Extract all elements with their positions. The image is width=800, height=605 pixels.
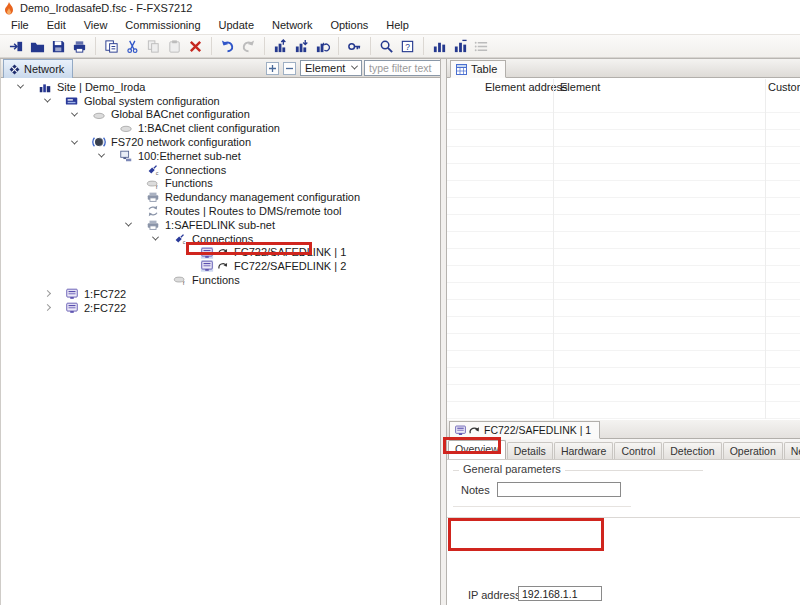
lens-icon	[92, 108, 106, 122]
subtab-detection[interactable]: Detection	[663, 442, 721, 459]
tree-item-functions[interactable]: fFunctions	[126, 177, 216, 191]
panel-splitter[interactable]	[440, 59, 447, 605]
chevron-right-icon[interactable]	[44, 304, 51, 311]
tab-fc722-label: FC722/SAFEDLINK | 1	[484, 424, 591, 436]
tree-item-functions[interactable]: fFunctions	[153, 273, 243, 287]
search-icon	[379, 39, 394, 54]
tree-item-1-bacnet-client-configuration[interactable]: 1:BACnet client configuration	[99, 121, 283, 135]
cut-button[interactable]	[123, 37, 142, 56]
tree-item-routes-routes-to-dms-remote-tool[interactable]: Routes | Routes to DMS/remote tool	[126, 204, 345, 218]
upload-station-button[interactable]	[271, 37, 290, 56]
tree-item-global-bacnet-configuration[interactable]: Global BACnet configuration	[72, 108, 253, 122]
tree-item-label: FC722/SAFEDLINK | 2	[234, 260, 346, 272]
search-button[interactable]	[377, 37, 396, 56]
expand-all-button[interactable]	[266, 62, 279, 75]
menu-file[interactable]: File	[2, 17, 38, 33]
open-project-button[interactable]	[7, 37, 26, 56]
tree-item-site-demo-iroda[interactable]: Site | Demo_Iroda	[18, 80, 148, 94]
network-diamond-icon	[9, 64, 20, 75]
subtab-control[interactable]: Control	[614, 442, 662, 459]
menu-edit[interactable]: Edit	[38, 17, 75, 33]
globe-icon	[92, 135, 106, 149]
title-bar: Demo_IrodasafeD.fsc - F-FXS7212	[0, 0, 800, 16]
copy-special-button[interactable]	[102, 37, 121, 56]
paste-button[interactable]	[165, 37, 184, 56]
chevron-down-icon[interactable]	[71, 110, 78, 117]
chevron-down-icon[interactable]	[17, 82, 24, 89]
paste-icon	[167, 39, 182, 54]
menu-update[interactable]: Update	[210, 17, 263, 33]
cut-icon	[125, 39, 140, 54]
tree-item-connections[interactable]: cConnections	[126, 163, 229, 177]
tree-item-100-ethernet-sub-net[interactable]: 100:Ethernet sub-net	[99, 149, 244, 163]
undo-button[interactable]	[218, 37, 237, 56]
subtab-details[interactable]: Details	[507, 442, 553, 459]
help-book-icon: ?	[400, 39, 415, 54]
filter-text-input[interactable]	[364, 60, 445, 76]
table-header: Element address Element Custom	[447, 79, 800, 96]
menu-options[interactable]: Options	[321, 17, 377, 33]
tree-item-fc722-safedlink-1[interactable]: FC722/SAFEDLINK | 1	[180, 246, 349, 260]
download-station-icon	[294, 39, 309, 54]
subnet-icon	[119, 149, 133, 163]
toolbar-separator	[423, 37, 424, 55]
tree-item-label: Connections	[165, 164, 226, 176]
station-icon	[65, 301, 79, 315]
undo-icon	[220, 39, 235, 54]
tab-fc722-safedlink-1[interactable]: FC722/SAFEDLINK | 1	[449, 421, 600, 439]
menu-view[interactable]: View	[75, 17, 117, 33]
tree-item-label: FC722/SAFEDLINK | 1	[234, 246, 346, 258]
notes-input[interactable]	[497, 482, 621, 497]
column-element[interactable]: Element	[560, 81, 600, 93]
refresh-station-button[interactable]	[313, 37, 332, 56]
ip-address-input[interactable]	[518, 586, 602, 601]
tree-item-redundancy-management-configuration[interactable]: Redundancy management configuration	[126, 190, 363, 204]
help-book-button[interactable]: ?	[398, 37, 417, 56]
filter-type-dropdown[interactable]: Element	[300, 60, 362, 76]
chart-export-button[interactable]	[451, 37, 470, 56]
subtab-operation[interactable]: Operation	[723, 442, 783, 459]
log-list-button[interactable]	[472, 37, 491, 56]
chevron-right-icon[interactable]	[44, 290, 51, 297]
chevron-down-icon[interactable]	[98, 151, 105, 158]
download-station-button[interactable]	[292, 37, 311, 56]
column-custom[interactable]: Custom	[768, 81, 800, 93]
tree-item-connections[interactable]: cConnections	[153, 232, 256, 246]
open-folder-button[interactable]	[28, 37, 47, 56]
tree-item-fs720-network-configuration[interactable]: FS720 network configuration	[72, 135, 254, 149]
connections-icon: c	[173, 232, 187, 246]
chevron-down-icon[interactable]	[152, 234, 159, 241]
link-arrow-icon	[468, 424, 481, 437]
column-element-address[interactable]: Element address	[485, 81, 568, 93]
tree-item-1-fc722[interactable]: 1:FC722	[45, 287, 129, 301]
table-body-empty[interactable]	[447, 96, 800, 419]
save-button[interactable]	[49, 37, 68, 56]
chevron-down-icon[interactable]	[44, 96, 51, 103]
tab-table[interactable]: Table	[450, 60, 506, 78]
subtab-network[interactable]: Network	[784, 442, 800, 459]
key-button[interactable]	[345, 37, 364, 56]
chevron-down-icon[interactable]	[71, 137, 78, 144]
tree-item-1-safedlink-sub-net[interactable]: 1:SAFEDLINK sub-net	[126, 218, 278, 232]
tab-network[interactable]: Network	[3, 59, 73, 78]
tree-item-2-fc722[interactable]: 2:FC722	[45, 301, 129, 315]
chart-report-button[interactable]	[430, 37, 449, 56]
print-icon	[72, 39, 87, 54]
group-general-parameters: General parameters	[459, 463, 565, 475]
menu-commissioning[interactable]: Commissioning	[116, 17, 209, 33]
menu-network[interactable]: Network	[263, 17, 321, 33]
copy-button[interactable]	[144, 37, 163, 56]
tree-item-global-system-configuration[interactable]: Global system configuration	[45, 94, 223, 108]
tab-table-label: Table	[471, 63, 497, 75]
column-divider	[765, 79, 766, 419]
menu-help[interactable]: Help	[377, 17, 418, 33]
redo-button[interactable]	[239, 37, 258, 56]
tree-item-fc722-safedlink-2[interactable]: FC722/SAFEDLINK | 2	[180, 259, 349, 273]
subtab-hardware[interactable]: Hardware	[554, 442, 614, 459]
collapse-all-button[interactable]	[283, 62, 296, 75]
print-button[interactable]	[70, 37, 89, 56]
delete-button[interactable]	[186, 37, 205, 56]
window-title: Demo_IrodasafeD.fsc - F-FXS7212	[20, 2, 192, 14]
subtab-overview[interactable]: Overview	[448, 440, 506, 459]
chevron-down-icon[interactable]	[125, 220, 132, 227]
